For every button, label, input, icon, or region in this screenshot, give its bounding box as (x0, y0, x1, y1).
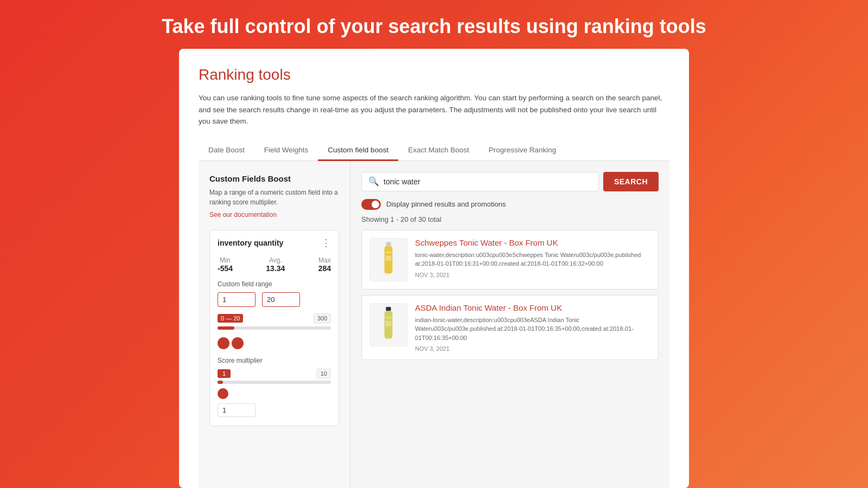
svg-rect-6 (385, 317, 391, 318)
left-panel: Custom Fields Boost Map a range of a num… (199, 161, 350, 488)
toggle-label: Display pinned results and promotions (386, 200, 506, 208)
field-name: inventory quantity (218, 239, 283, 247)
stat-min-label: Min (218, 256, 233, 264)
stat-min: Min -554 (218, 256, 233, 273)
search-icon: 🔍 (368, 176, 379, 187)
svg-rect-7 (385, 321, 391, 326)
slider-thumb-right[interactable] (232, 337, 244, 349)
result-meta: indian-tonic-water,description:u003cpu00… (415, 316, 650, 343)
result-content: Schweppes Tonic Water - Box From UK toni… (415, 238, 650, 281)
main-card: Ranking tools You can use ranking tools … (179, 49, 689, 488)
slider-thumb-left[interactable] (218, 337, 229, 349)
result-date: NOV 3, 2021 (415, 345, 650, 352)
result-image (369, 303, 407, 346)
content-area: Custom Fields Boost Map a range of a num… (199, 161, 669, 488)
tab-field-weights[interactable]: Field Weights (254, 140, 318, 161)
range-badge: 0 — 20 (218, 314, 243, 323)
field-header: inventory quantity ⋮ (218, 238, 331, 248)
search-input[interactable] (384, 177, 592, 186)
pinned-results-toggle[interactable] (361, 199, 381, 210)
range-from-input[interactable] (218, 292, 256, 307)
multiplier-max: 10 (317, 369, 331, 378)
result-card: ASDA Indian Tonic Water - Box From UK in… (361, 295, 659, 361)
multiplier-slider-fill (218, 381, 223, 384)
right-panel: 🔍 SEARCH Display pinned results and prom… (350, 161, 669, 488)
ranking-title: Ranking tools (199, 66, 669, 84)
stats-row: Min -554 Avg. 13.34 Max 284 (218, 256, 331, 273)
stat-min-value: -554 (218, 264, 233, 273)
stat-max-value: 284 (318, 264, 331, 273)
range-to-input[interactable] (262, 292, 300, 307)
stat-avg-value: 13.34 (266, 264, 285, 273)
search-input-wrap: 🔍 (361, 172, 599, 191)
multiplier-thumb[interactable] (218, 388, 228, 399)
result-image (369, 238, 407, 281)
field-card: inventory quantity ⋮ Min -554 Avg. 13.34… (209, 230, 339, 426)
panel-title: Custom Fields Boost (209, 174, 339, 183)
multiplier-value-input[interactable] (218, 403, 256, 417)
multiplier-label: Score multiplier (218, 357, 331, 364)
stat-avg-label: Avg. (266, 256, 285, 264)
field-menu-icon[interactable]: ⋮ (321, 238, 331, 248)
bottle-icon (380, 307, 397, 342)
result-card: Schweppes Tonic Water - Box From UK toni… (361, 230, 659, 290)
page-headline: Take full control of your search results… (0, 0, 868, 49)
stat-avg: Avg. 13.34 (266, 256, 285, 273)
range-slider-track[interactable] (218, 326, 331, 330)
toggle-row: Display pinned results and promotions (361, 199, 659, 210)
panel-desc: Map a range of a numeric custom field in… (209, 188, 339, 207)
multiplier-badge: 1 (218, 369, 231, 378)
tab-date-boost[interactable]: Date Boost (199, 140, 254, 161)
doc-link[interactable]: See our documentation (209, 211, 277, 219)
svg-rect-0 (386, 242, 391, 246)
tab-progressive-ranking[interactable]: Progressive Ranking (479, 140, 566, 161)
tabs-bar: Date Boost Field Weights Custom field bo… (199, 140, 669, 161)
result-title[interactable]: Schweppes Tonic Water - Box From UK (415, 238, 650, 247)
description: You can use ranking tools to fine tune s… (199, 92, 669, 127)
multiplier-section: Score multiplier 1 10 (218, 357, 331, 417)
range-slider-fill (218, 326, 234, 330)
range-inputs (218, 292, 331, 307)
multiplier-slider-track[interactable] (218, 381, 331, 384)
slider-thumbs (218, 337, 331, 349)
search-button[interactable]: SEARCH (603, 172, 659, 191)
result-meta: tonic-water,description:u003cpu003eSchwe… (415, 251, 650, 268)
result-title[interactable]: ASDA Indian Tonic Water - Box From UK (415, 303, 650, 312)
search-bar: 🔍 SEARCH (361, 172, 659, 191)
stat-max: Max 284 (318, 256, 331, 273)
stat-max-label: Max (318, 256, 331, 264)
multiplier-display: 1 10 (218, 369, 331, 378)
bottle-icon (380, 242, 397, 277)
tab-custom-field-boost[interactable]: Custom field boost (318, 140, 398, 161)
range-max-badge: 300 (314, 313, 331, 323)
svg-rect-3 (385, 256, 391, 261)
result-date: NOV 3, 2021 (415, 272, 650, 278)
svg-rect-2 (385, 252, 391, 253)
range-label: Custom field range (218, 280, 331, 288)
range-display: 0 — 20 300 (218, 313, 331, 323)
result-content: ASDA Indian Tonic Water - Box From UK in… (415, 303, 650, 352)
tab-exact-match-boost[interactable]: Exact Match Boost (398, 140, 479, 161)
svg-rect-4 (386, 307, 391, 311)
results-count: Showing 1 - 20 of 30 total (361, 215, 659, 223)
